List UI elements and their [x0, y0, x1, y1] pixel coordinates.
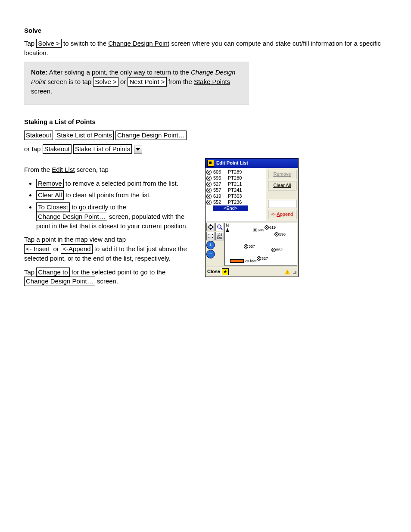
- end-marker: <End>: [213, 205, 248, 211]
- dropdown-icon[interactable]: [134, 146, 142, 154]
- close-button[interactable]: Close: [207, 268, 220, 275]
- change-design-point-button[interactable]: Change Design Point…: [24, 277, 95, 286]
- solve-paragraph: Tap Solve > to switch to the Change Desi…: [24, 39, 387, 58]
- list-end-row[interactable]: <End>: [206, 205, 266, 211]
- text: or: [53, 245, 61, 252]
- north-arrow-icon: N: [226, 224, 229, 232]
- stakeout-menu[interactable]: Stakeout: [24, 131, 53, 140]
- warning-icon[interactable]: [284, 269, 290, 275]
- point-icon: [271, 248, 276, 252]
- point-icon: [206, 176, 212, 181]
- edit-list-actions: Remove to remove a selected point from t…: [24, 179, 188, 231]
- point-input[interactable]: [268, 200, 296, 208]
- map-point[interactable]: 557: [244, 244, 255, 249]
- text: or: [120, 78, 128, 85]
- page: Solve Tap Solve > to switch to the Chang…: [0, 0, 411, 333]
- next-point-button[interactable]: Next Point >: [128, 77, 166, 87]
- svg-marker-4: [208, 226, 209, 228]
- stake-points-link[interactable]: Stake Points: [194, 78, 230, 85]
- edit-list-link[interactable]: Edit List: [52, 166, 75, 173]
- pan-tool-icon[interactable]: [206, 223, 215, 231]
- list-item: 557PT241: [206, 187, 266, 193]
- point-icon: [206, 188, 212, 193]
- text: to clear all points from the list.: [65, 191, 151, 199]
- map-point[interactable]: 596: [274, 232, 286, 237]
- to-closest-button[interactable]: To Closest: [36, 202, 70, 212]
- solve-button[interactable]: Solve >: [36, 39, 61, 48]
- text: screen.: [97, 277, 118, 285]
- edit-list-intro-pre: From the: [24, 166, 52, 173]
- edit-list-intro-post: screen, tap: [77, 166, 109, 173]
- point-icon: [253, 228, 257, 232]
- text: to go directly to the: [72, 203, 126, 211]
- app-icon: [207, 160, 214, 167]
- append-button[interactable]: <-Append: [61, 244, 92, 254]
- tap-in-map-para: Tap a point in the map view and tap <- I…: [24, 235, 188, 263]
- stakeout-menu[interactable]: Stakeout: [43, 144, 72, 154]
- window-title: Edit Point List: [216, 160, 248, 167]
- list-item: 619PT303: [206, 193, 266, 199]
- svg-marker-2: [209, 224, 212, 226]
- point-label: 619: [269, 225, 276, 230]
- text: to switch to the: [63, 40, 108, 47]
- map-view[interactable]: N 619 605 596 557 552 527 20 feet: [224, 223, 297, 266]
- point-icon: [206, 182, 212, 187]
- point-label: 605: [258, 227, 264, 233]
- change-design-point-menu[interactable]: Change Design Point…: [115, 131, 187, 140]
- point-label: 557: [249, 244, 255, 249]
- stake-list-menu[interactable]: Stake List of Points: [73, 144, 132, 154]
- text: screen.: [31, 87, 52, 95]
- point-icon: [206, 200, 212, 205]
- text: to remove a selected point from the list…: [65, 180, 178, 187]
- window-titlebar: Edit Point List: [206, 159, 298, 168]
- zoom-extents-icon[interactable]: [206, 232, 215, 240]
- text: Tap: [24, 268, 36, 276]
- point-number: 552: [213, 199, 228, 206]
- change-design-point-link[interactable]: Change Design Point: [108, 40, 169, 47]
- zoom-window-icon[interactable]: [215, 223, 224, 231]
- change-design-point-button[interactable]: Change Design Point…: [36, 212, 107, 221]
- zoom-in-icon[interactable]: +: [206, 241, 215, 249]
- point-icon: [206, 194, 212, 199]
- append-button[interactable]: <- Append: [268, 210, 296, 219]
- text: Tap: [24, 40, 36, 47]
- solve-button[interactable]: Solve >: [93, 77, 118, 87]
- svg-marker-5: [212, 226, 214, 228]
- shortcut-path: or tap Stakeout Stake List of Points: [24, 144, 387, 154]
- change-to-para: Tap Change to for the selected point to …: [24, 268, 188, 286]
- note-box: Note: After solving a point, the only wa…: [24, 62, 249, 105]
- edit-point-list-window: Edit Point List 605PT289 596PT280 527PT2…: [205, 158, 299, 277]
- resize-grip-icon[interactable]: [292, 270, 296, 274]
- map-point[interactable]: 552: [271, 247, 283, 253]
- scale-bar-icon: [230, 259, 244, 263]
- clear-all-button[interactable]: Clear All: [268, 181, 296, 190]
- map-point[interactable]: 527: [257, 256, 268, 261]
- design-tool-icon[interactable]: 123Des: [215, 232, 224, 240]
- remove-button[interactable]: Remove: [36, 179, 64, 188]
- solve-heading: Solve: [24, 26, 387, 35]
- favorite-icon[interactable]: ★: [222, 268, 229, 275]
- point-label: 596: [279, 232, 286, 237]
- map-point[interactable]: 605: [253, 227, 264, 233]
- menu-path: Stakeout Stake List of Points Change Des…: [24, 131, 387, 140]
- text: or tap: [24, 145, 43, 152]
- list-item: 527PT211: [206, 181, 266, 187]
- point-icon: [244, 244, 248, 249]
- point-list[interactable]: 605PT289 596PT280 527PT211 557PT241 619P…: [206, 168, 266, 221]
- note-label: Note:: [31, 68, 47, 76]
- list-buttons: Remove Clear All <- Append: [266, 168, 298, 221]
- point-icon: [206, 170, 212, 175]
- clear-all-button[interactable]: Clear All: [36, 190, 64, 200]
- zoom-out-icon[interactable]: −: [206, 250, 215, 258]
- list-item: 596PT280: [206, 175, 266, 181]
- text: from the: [168, 78, 194, 85]
- svg-point-6: [218, 225, 221, 228]
- remove-button[interactable]: Remove: [268, 170, 296, 179]
- map-tool-palette: 123Des + −: [206, 222, 224, 267]
- scale-bar: 20 feet: [230, 258, 257, 264]
- insert-button[interactable]: <- Insert: [24, 244, 51, 254]
- stake-list-menu[interactable]: Stake List of Points: [55, 131, 113, 140]
- map-point[interactable]: 619: [265, 225, 276, 230]
- scale-label: 20 feet: [245, 258, 257, 264]
- change-to-button[interactable]: Change to: [36, 268, 69, 277]
